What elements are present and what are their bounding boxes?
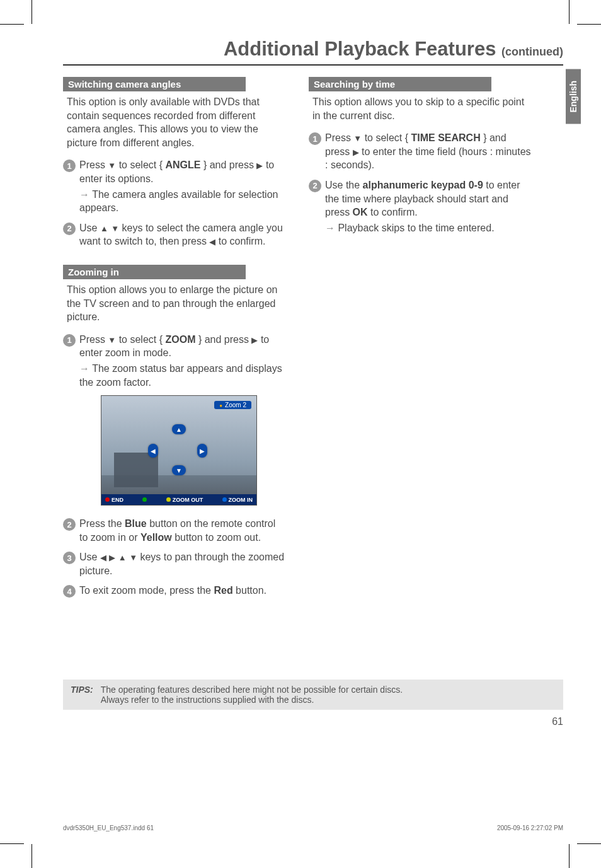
step-body: Press to select { ZOOM } and press to en… [79, 333, 286, 389]
step-body: Press the Blue button on the remote cont… [79, 517, 286, 544]
section-head-time: Searching by time [309, 77, 491, 91]
section-b-step-4: 4 To exit zoom mode, press the Red butto… [63, 584, 286, 598]
keypad-label: alphanumeric keypad 0-9 [363, 180, 483, 190]
step-body: Use keys to pan through the zoomed pictu… [79, 550, 286, 577]
tips-body: The operating features described here mi… [101, 685, 403, 705]
down-arrow-icon [108, 334, 116, 345]
down-arrow-icon [108, 159, 116, 170]
step-number-icon: 1 [63, 334, 76, 347]
step-body: To exit zoom mode, press the Red button. [79, 584, 266, 598]
red-dot-icon [105, 497, 110, 502]
text-run: Use [79, 552, 100, 562]
page-container: English Additional Playback Features (co… [0, 0, 601, 868]
step-number-icon: 1 [309, 132, 321, 145]
result-line: → The camera angles available for select… [79, 188, 286, 215]
step-number-icon: 3 [63, 552, 76, 564]
blue-label: Blue [125, 518, 147, 529]
zoom-label: ZOOM [165, 334, 195, 345]
language-tab: English [566, 69, 581, 124]
left-column: Switching camera angles This option is o… [63, 77, 290, 604]
step-body: Use the alphanumeric keypad 0-9 to enter… [325, 178, 532, 234]
section-c-intro: This option allows you to skip to a spec… [312, 95, 532, 122]
text-run: to confirm. [368, 207, 418, 217]
text-run: } and press [195, 334, 251, 345]
page-title: Additional Playback Features (continued) [63, 38, 563, 66]
pan-right-icon: ▶ [197, 444, 207, 458]
text-run: ZOOM IN [229, 497, 253, 503]
zoom-building-graphic [114, 453, 158, 487]
section-b-step-1: 1 Press to select { ZOOM } and press to … [63, 333, 286, 389]
yellow-label: Yellow [140, 532, 172, 543]
step-body: Press to select { TIME SEARCH } and pres… [325, 131, 532, 172]
section-a-intro: This option is only available with DVDs … [67, 95, 286, 149]
section-a-step-2: 2 Use keys to select the camera angle yo… [63, 221, 286, 248]
text-run: END [112, 497, 123, 503]
footer-right: 2005-09-16 2:27:02 PM [497, 825, 563, 831]
step-number-icon: 1 [63, 159, 76, 172]
result-line: → Playback skips to the time entered. [325, 221, 532, 235]
text-run: Use [79, 223, 100, 233]
bar-zoomin: ZOOM IN [222, 497, 253, 503]
text-run: The zoom status bar appears and displays… [79, 363, 282, 388]
text-run: Press [79, 159, 108, 170]
section-c-step-1: 1 Press to select { TIME SEARCH } and pr… [309, 131, 532, 172]
section-c-step-2: 2 Use the alphanumeric keypad 0-9 to ent… [309, 178, 532, 234]
bar-zoomout: ZOOM OUT [166, 497, 203, 503]
section-a-step-1: 1 Press to select { ANGLE } and press to… [63, 158, 286, 214]
result-arrow-icon: → [79, 189, 89, 200]
right-column: Searching by time This option allows you… [309, 77, 535, 604]
pan-down-icon: ▼ [172, 465, 186, 475]
red-label: Red [214, 585, 232, 596]
footer-left: dvdr5350H_EU_Eng537.indd 61 [63, 825, 154, 831]
step-number-icon: 2 [63, 518, 76, 531]
text-run: button. [233, 585, 266, 596]
ok-label: OK [353, 207, 368, 217]
result-arrow-icon: → [325, 223, 335, 233]
text-run: Press the [79, 518, 125, 529]
down-arrow-icon [129, 552, 137, 562]
text-run: ZOOM OUT [173, 497, 203, 503]
print-footer: dvdr5350H_EU_Eng537.indd 61 2005-09-16 2… [63, 825, 563, 831]
tips-box: TIPS: The operating features described h… [63, 680, 563, 710]
right-arrow-icon [109, 552, 115, 562]
angle-label: ANGLE [165, 159, 200, 170]
right-arrow-icon [353, 146, 359, 157]
up-arrow-icon [100, 223, 108, 233]
section-head-angles: Switching camera angles [63, 77, 246, 91]
tips-label: TIPS: [71, 685, 93, 705]
result-line: → The zoom status bar appears and displa… [79, 362, 286, 389]
step-number-icon: 2 [309, 180, 321, 192]
zoom-level-badge: Zoom 2 [214, 401, 251, 409]
step-body: Use keys to select the camera angle you … [79, 221, 286, 248]
zoom-screenshot: Zoom 2 ▲ ▼ ◀ ▶ END ZOOM OUT ZOOM IN [101, 395, 257, 506]
time-search-label: TIME SEARCH [411, 132, 480, 143]
bar-end: END [105, 497, 123, 503]
pan-left-icon: ◀ [148, 444, 158, 458]
down-arrow-icon [111, 223, 119, 233]
text-run: to confirm. [215, 236, 265, 246]
step-body: Press to select { ANGLE } and press to e… [79, 158, 286, 214]
result-arrow-icon: → [79, 363, 89, 374]
text-run: Playback skips to the time entered. [335, 223, 495, 233]
text-run: button to zoom out. [172, 532, 261, 543]
right-arrow-icon [256, 159, 263, 170]
left-arrow-icon [100, 552, 106, 562]
up-arrow-icon [118, 552, 127, 562]
text-run: Press [79, 334, 108, 345]
text-run: to select { [116, 159, 165, 170]
text-run: to select { [116, 334, 165, 345]
text-run: Press [325, 132, 353, 143]
title-continued: (continued) [501, 45, 563, 58]
left-arrow-icon [209, 236, 215, 246]
text-run: } and press [200, 159, 256, 170]
yellow-dot-icon [166, 497, 171, 502]
text-run: to select { [362, 132, 411, 143]
title-main: Additional Playback Features [224, 38, 501, 60]
tips-line2: Always refer to the instructions supplie… [101, 695, 403, 705]
green-dot-icon [142, 497, 147, 502]
content-columns: Switching camera angles This option is o… [63, 77, 563, 604]
step-number-icon: 4 [63, 585, 76, 598]
section-b-step-2: 2 Press the Blue button on the remote co… [63, 517, 286, 544]
section-b-intro: This option allows you to enlarge the pi… [67, 283, 286, 324]
right-arrow-icon [251, 334, 258, 345]
